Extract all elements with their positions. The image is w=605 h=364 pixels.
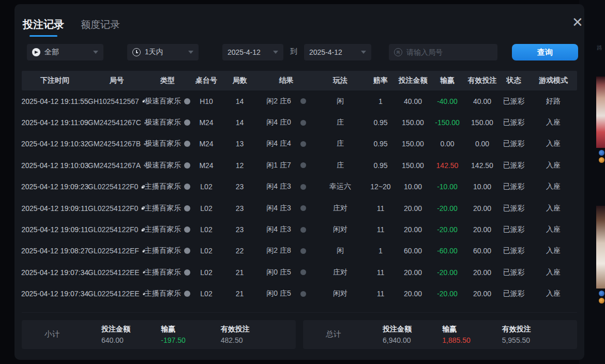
table-row[interactable]: 2025-04-12 19:07:34 GL02254122EE 主播百家乐 L… [22, 283, 577, 305]
cell-type: 主播百家乐 [145, 262, 190, 283]
result-detail-icon[interactable] [300, 98, 306, 104]
table-row[interactable]: 2025-04-12 19:11:09 GM242541267C 极速百家乐 M… [22, 112, 577, 133]
result-detail-icon[interactable] [300, 269, 306, 275]
header-bet-time: 下注时间 [22, 71, 88, 90]
result-detail-icon[interactable] [300, 184, 306, 190]
cell-play: 幸运六 [316, 176, 365, 198]
header-valid-bet: 有效投注 [465, 71, 499, 90]
tab-betting-records[interactable]: 投注记录 [23, 18, 64, 37]
chevron-down-icon [188, 51, 193, 54]
cell-game-id: GL02254122EE [88, 283, 145, 305]
game-id-text: GH1025412567 [88, 97, 139, 105]
cell-result: 闲2 庄6 [256, 90, 316, 112]
cell-odds: 1 [365, 90, 397, 112]
cell-result: 闲4 庄0 [256, 112, 316, 133]
cell-table-no: L02 [190, 283, 223, 305]
table-row[interactable]: 2025-04-12 19:10:32 GM242541267B 极速百家乐 M… [22, 133, 577, 155]
cell-odds: 0.95 [365, 112, 397, 133]
total-label: 总计 [326, 329, 358, 339]
table-row[interactable]: 2025-04-12 19:09:23 GL02254122F0 主播百家乐 L… [22, 176, 577, 198]
category-select[interactable]: 全部 [27, 44, 103, 60]
cell-winloss: -40.00 [429, 90, 465, 112]
close-icon[interactable]: ✕ [569, 13, 586, 31]
cell-bet-time: 2025-04-12 19:07:34 [22, 262, 88, 283]
result-text: 闲2 庄8 [266, 246, 291, 255]
cell-type: 主播百家乐 [145, 240, 190, 262]
stat-winloss: 输赢 -197.50 [161, 325, 220, 344]
stat-title: 有效投注 [502, 325, 562, 334]
cell-status: 已派彩 [499, 155, 528, 176]
cell-table-no: M24 [190, 155, 223, 176]
header-table-no: 桌台号 [190, 71, 223, 90]
result-detail-icon[interactable] [300, 227, 306, 233]
cell-winloss: 142.50 [429, 155, 465, 176]
cell-game-id: GL02254122F0 [88, 219, 145, 240]
result-detail-icon[interactable] [300, 248, 306, 254]
cell-rounds: 21 [223, 283, 256, 305]
cell-bet-time: 2025-04-12 19:11:55 [22, 90, 88, 112]
stat-value: -197.50 [161, 336, 220, 344]
game-type-text: 主播百家乐 [145, 225, 181, 234]
stat-bet-amount: 投注金额 6,940.00 [383, 325, 442, 344]
result-detail-icon[interactable] [300, 162, 306, 168]
header-status: 状态 [499, 71, 528, 90]
table-row[interactable]: 2025-04-12 19:10:03 GM242541267A 极速百家乐 M… [22, 155, 577, 176]
cell-result: 闲4 庄3 [256, 176, 316, 198]
result-detail-icon[interactable] [300, 141, 306, 147]
tab-quota-records[interactable]: 额度记录 [81, 18, 120, 37]
cell-game-id: GM242541267A [88, 155, 145, 176]
cell-play: 庄 [316, 112, 365, 133]
header-rounds: 局数 [223, 71, 256, 90]
time-range-select[interactable]: 1天内 [127, 44, 199, 60]
cell-game-mode: 入座 [528, 262, 578, 283]
query-button[interactable]: 查询 [512, 44, 578, 60]
game-type-text: 主播百家乐 [145, 289, 181, 298]
cell-odds: 11 [365, 262, 397, 283]
cell-play: 闲对 [316, 283, 365, 305]
cell-type: 极速百家乐 [145, 90, 190, 112]
clock-icon [132, 48, 141, 56]
cell-bet-amount: 20.00 [397, 283, 429, 305]
cell-bet-time: 2025-04-12 19:07:34 [22, 283, 88, 305]
cell-status: 已派彩 [499, 219, 528, 240]
table-row[interactable]: 2025-04-12 19:09:11 GL02254122F0 主播百家乐 L… [22, 219, 577, 240]
cell-winloss: -20.00 [429, 219, 465, 240]
table-row[interactable]: 2025-04-12 19:08:27 GL02254122EF 主播百家乐 L… [22, 240, 577, 262]
summary-section: 小计 投注金额 640.00 输赢 -197.50 有效投注 482.50 总计 [22, 312, 577, 349]
cell-game-id: GM242541267C [88, 112, 145, 133]
header-type: 类型 [145, 71, 190, 90]
game-id-text: GM242541267B [88, 140, 141, 148]
cell-bet-amount: 20.00 [397, 198, 429, 219]
result-detail-icon[interactable] [300, 120, 306, 126]
cell-result: 闲4 庄3 [256, 198, 316, 219]
table-row[interactable]: 2025-04-12 19:07:34 GL02254122EE 主播百家乐 L… [22, 262, 577, 283]
cell-table-no: M24 [190, 133, 223, 155]
game-id-text: GL02254122EE [88, 268, 140, 277]
cell-rounds: 22 [223, 240, 256, 262]
game-type-text: 主播百家乐 [145, 268, 181, 277]
game-id-text: GL02254122F0 [88, 204, 138, 213]
tab-label: 投注记录 [23, 19, 64, 30]
result-detail-icon[interactable] [300, 205, 306, 211]
date-to-picker[interactable]: 2025-4-12 [304, 44, 371, 60]
table-row[interactable]: 2025-04-12 19:11:55 GH1025412567 极速百家乐 H… [22, 90, 577, 112]
cell-bet-time: 2025-04-12 19:10:03 [22, 155, 88, 176]
betting-records-modal: ✕ 投注记录 额度记录 全部 1天内 2025-4-12 到 2025-4-12 [14, 4, 584, 360]
cell-rounds: 14 [223, 90, 256, 112]
cell-winloss: -20.00 [429, 198, 465, 219]
background-badges [599, 291, 604, 304]
date-from-picker[interactable]: 2025-4-12 [222, 44, 283, 60]
cell-play: 庄 [316, 155, 365, 176]
header-winloss: 输赢 [429, 71, 465, 90]
cell-bet-amount: 20.00 [397, 219, 429, 240]
table-row[interactable]: 2025-04-12 19:09:11 GL02254122F0 主播百家乐 L… [22, 198, 577, 219]
game-type-text: 极速百家乐 [145, 139, 181, 148]
game-id-text: GL02254122F0 [88, 183, 138, 191]
result-detail-icon[interactable] [300, 291, 306, 297]
search-input[interactable] [406, 48, 492, 56]
stat-value: 482.50 [221, 336, 280, 344]
records-table: 下注时间 局号 类型 桌台号 局数 结果 玩法 赔率 投注金额 输赢 有效投注 … [22, 71, 577, 305]
cell-type: 主播百家乐 [145, 283, 190, 305]
cell-game-id: GL02254122F0 [88, 176, 145, 198]
stat-title: 投注金额 [101, 325, 161, 334]
